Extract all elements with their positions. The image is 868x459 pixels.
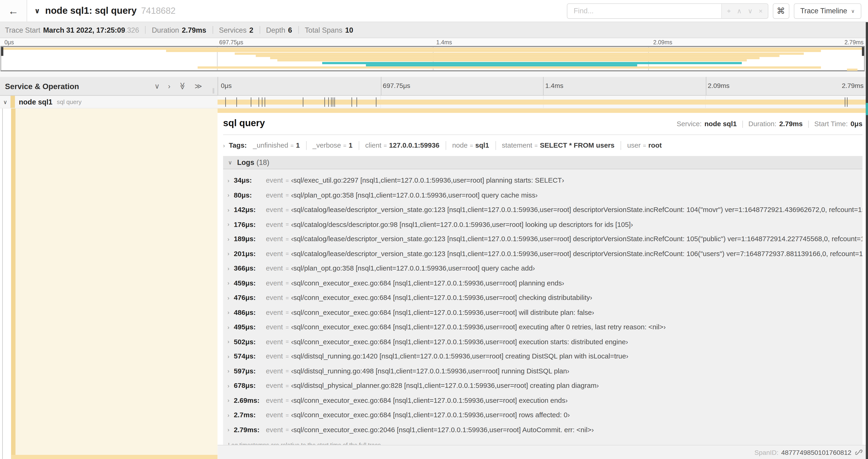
minimap-right-handle[interactable] — [862, 47, 864, 56]
span-row-timeline[interactable] — [217, 96, 868, 108]
log-entry-row[interactable]: ›574μs:event=‹sql/distsql_running.go:142… — [223, 349, 862, 364]
log-entry-row[interactable]: ›678μs:event=‹sql/distsql_physical_plann… — [223, 379, 862, 393]
overview-value: 0μs — [850, 120, 862, 128]
tags-label: Tags: — [229, 141, 247, 149]
tags-row[interactable]: › Tags: _unfinished=1_verbose=1client=12… — [223, 141, 862, 150]
log-entry-row[interactable]: ›201μs:event=‹sql/catalog/lease/descript… — [223, 247, 862, 261]
chevron-right-icon: › — [227, 427, 229, 433]
detail-span-strip — [217, 108, 868, 113]
tag-value: SELECT * FROM users — [540, 141, 615, 149]
span-duration-bar[interactable] — [217, 100, 868, 104]
overview-separator — [742, 120, 743, 128]
log-field-key: event — [266, 308, 283, 316]
collapse-one-icon[interactable]: ∨ — [154, 82, 160, 90]
log-field-key: event — [266, 396, 283, 404]
detail-color-accent — [11, 108, 16, 459]
chevron-right-icon: › — [223, 142, 225, 149]
locate-icon[interactable]: ⌖ — [727, 7, 731, 14]
log-timestamp: 176μs: — [234, 221, 266, 228]
minimap-left-handle[interactable] — [1, 47, 3, 56]
collapse-all-icon[interactable]: ≫ — [179, 82, 186, 90]
log-entry-row[interactable]: ›597μs:event=‹sql/distsql_running.go:498… — [223, 364, 862, 379]
span-toggle-icon[interactable]: ∨ — [0, 99, 10, 105]
find-input[interactable] — [567, 3, 721, 18]
log-timestamp: 189μs: — [234, 235, 266, 243]
log-entry-row[interactable]: ›189μs:event=‹sql/catalog/lease/descript… — [223, 232, 862, 247]
log-entry-row[interactable]: ›80μs:event=‹sql/plan_opt.go:358 [nsql1,… — [223, 188, 862, 202]
log-equals: = — [286, 397, 289, 403]
trace-collapse-icon[interactable]: ∨ — [34, 6, 40, 15]
next-result-icon[interactable]: ∨ — [748, 7, 753, 14]
deep-link-icon[interactable] — [855, 449, 862, 456]
tag-equals: = — [290, 142, 294, 149]
keyboard-shortcuts-button[interactable]: ⌘ — [773, 3, 789, 19]
log-entry-row[interactable]: ›366μs:event=‹sql/plan_opt.go:358 [nsql1… — [223, 261, 862, 276]
log-entry-row[interactable]: ›502μs:event=‹sql/conn_executor_exec.go:… — [223, 334, 862, 349]
expand-all-icon[interactable]: ≫ — [195, 82, 202, 90]
log-field-key: event — [266, 323, 283, 331]
log-value: ‹sql/conn_executor_exec.go:684 [nsql1,cl… — [291, 279, 564, 287]
minimap-span-bar — [256, 55, 780, 57]
log-field-key: event — [266, 411, 283, 419]
log-entry-row[interactable]: ›476μs:event=‹sql/conn_executor_exec.go:… — [223, 291, 862, 305]
log-field-key: event — [266, 206, 283, 214]
clear-search-icon[interactable]: × — [759, 7, 763, 14]
log-entry-row[interactable]: ›34μs:event=‹sql/exec_util.go:2297 [nsql… — [223, 173, 862, 188]
chevron-down-icon: ∨ — [228, 159, 232, 165]
ruler-tick-label: 2.79ms — [842, 82, 864, 90]
log-entry-row[interactable]: ›459μs:event=‹sql/conn_executor_exec.go:… — [223, 276, 862, 291]
summary-value: 6 — [288, 26, 292, 34]
log-entry-row[interactable]: ›176μs:event=‹sql/catalog/descs/descript… — [223, 217, 862, 232]
logs-count: (18) — [256, 158, 269, 167]
timeline-header-row: Service & Operation ∨ › ≫ ≫ ∥ 0μs697.75μ… — [0, 77, 868, 96]
log-timestamp: 574μs: — [234, 353, 266, 360]
log-field-key: event — [266, 221, 283, 228]
summary-value: 2.79ms — [182, 26, 206, 34]
back-button[interactable]: ← — [0, 0, 27, 22]
log-entry-row[interactable]: ›142μs:event=‹sql/catalog/lease/descript… — [223, 202, 862, 217]
log-timestamp: 495μs: — [234, 323, 266, 331]
tag-separator — [359, 141, 359, 150]
minimap-span-bar — [322, 62, 742, 64]
detail-name-column — [0, 108, 217, 459]
chevron-right-icon: › — [227, 236, 229, 242]
top-bar: ← ∨ node sql1: sql query 7418682 ⌖ ∧ ∨ ×… — [0, 0, 868, 22]
column-resizer-handle[interactable]: ∥ — [212, 88, 215, 94]
logs-header[interactable]: ∨ Logs (18) — [223, 156, 862, 169]
tag-equals: = — [383, 142, 387, 149]
log-entry-row[interactable]: ›2.79ms:event=‹sql/conn_executor_exec.go… — [223, 422, 862, 437]
log-value: ‹sql/catalog/lease/descriptor_version_st… — [291, 250, 862, 258]
log-entry-row[interactable]: ›2.69ms:event=‹sql/conn_executor_exec.go… — [223, 393, 862, 408]
span-row-name-column[interactable]: ∨ node sql1 sql query — [0, 96, 217, 108]
summary-label: Trace Start — [5, 26, 40, 34]
expand-one-icon[interactable]: › — [168, 82, 170, 90]
log-entry-row[interactable]: ›2.7ms:event=‹sql/conn_executor_exec.go:… — [223, 408, 862, 422]
tree-controls: ∨ › ≫ ≫ — [154, 82, 218, 90]
log-marker-tick — [303, 97, 303, 107]
top-bar-actions: ⌖ ∧ ∨ × ⌘ Trace Timeline ∨ — [567, 3, 868, 19]
log-value: ‹sql/plan_opt.go:358 [nsql1,client=127.0… — [291, 265, 535, 272]
logs-body: ›34μs:event=‹sql/exec_util.go:2297 [nsql… — [223, 169, 862, 445]
summary-value: March 31 2022, 17:25:09.326 — [43, 26, 139, 34]
log-equals: = — [286, 265, 289, 271]
timeline-minimap[interactable] — [0, 46, 865, 71]
summary-value-suffix: .326 — [125, 26, 139, 34]
log-entry-row[interactable]: ›486μs:event=‹sql/conn_executor_exec.go:… — [223, 305, 862, 320]
log-equals: = — [286, 324, 289, 330]
log-marker-tick — [335, 97, 335, 107]
prev-result-icon[interactable]: ∧ — [737, 7, 742, 14]
log-marker-tick — [376, 97, 376, 107]
log-entry-row[interactable]: ›495μs:event=‹sql/conn_executor_exec.go:… — [223, 320, 862, 334]
tag-separator — [621, 141, 621, 150]
service-operation-title: Service & Operation — [5, 81, 79, 91]
ruler-gridline — [706, 77, 706, 95]
trace-view-dropdown[interactable]: Trace Timeline ∨ — [794, 3, 861, 19]
log-marker-tick — [265, 97, 265, 107]
vertical-scrollbar[interactable] — [866, 22, 868, 459]
span-service-name[interactable]: node sql1 — [19, 98, 53, 106]
summary-label: Depth — [266, 26, 285, 34]
log-equals: = — [286, 353, 289, 359]
span-row[interactable]: ∨ node sql1 sql query — [0, 96, 868, 108]
trace-id: 7418682 — [141, 6, 176, 16]
minimap-span-bar — [1, 47, 864, 50]
